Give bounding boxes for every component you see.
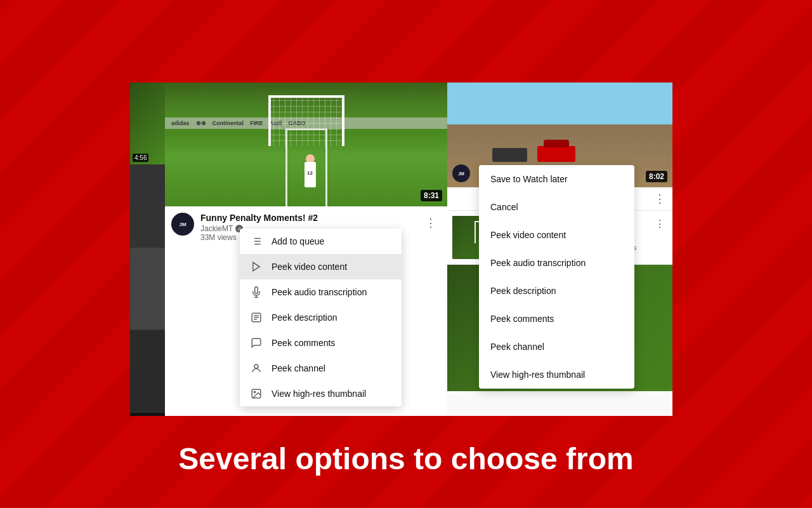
video-thumbnail[interactable]: adidas ⊕⊕ Continental FIRE Audi GADO 12 … — [165, 83, 447, 206]
menu-item-peek-audio[interactable]: Peek audio transcription — [240, 279, 402, 305]
queue-icon — [250, 235, 263, 248]
peek-video-icon — [250, 260, 263, 273]
right-more-button[interactable]: ⋮ — [652, 191, 667, 206]
right-menu-item-peek-comments[interactable]: Peek comments — [479, 305, 634, 333]
goal-post — [268, 95, 344, 146]
edge-video-thumb-3 — [130, 248, 165, 330]
channel-avatar[interactable]: JM — [171, 213, 194, 236]
right-menu-item-peek-video[interactable]: Peek video content — [479, 221, 634, 249]
edge-duration: 4:56 — [133, 154, 148, 162]
right-menu-item-view-thumbnail[interactable]: View high-res thumbnail — [479, 361, 634, 389]
right-menu-item-watch-later[interactable]: Save to Watch later — [479, 165, 634, 193]
svg-point-13 — [254, 364, 258, 368]
edge-video-thumb-2 — [130, 165, 165, 248]
svg-point-15 — [254, 391, 255, 392]
racing-car-black — [492, 148, 527, 162]
context-menu-right: Save to Watch later Cancel Peek video co… — [479, 165, 634, 389]
player-body: 12 — [304, 162, 316, 187]
player-figure: 12 — [301, 143, 320, 187]
edge-video-thumb: 4:56 — [130, 83, 165, 165]
menu-item-peek-comments[interactable]: Peek comments — [240, 330, 402, 356]
list-more-button[interactable]: ⋮ — [652, 216, 667, 231]
description-icon — [250, 311, 263, 324]
right-menu-item-peek-channel[interactable]: Peek channel — [479, 333, 634, 361]
menu-item-peek-desc[interactable]: Peek description — [240, 305, 402, 330]
left-edge-strip: 4:56 — [130, 83, 165, 416]
edge-video-thumb-4 — [130, 330, 165, 413]
right-menu-item-peek-desc[interactable]: Peek description — [479, 277, 634, 305]
channel-icon — [250, 362, 263, 375]
menu-item-peek-channel[interactable]: Peek channel — [240, 356, 402, 381]
video-title: Funny Penalty Moments! #2 — [200, 213, 414, 223]
right-menu-item-peek-audio[interactable]: Peek audio transcription — [479, 249, 634, 277]
more-options-button[interactable]: ⋮ — [421, 213, 441, 233]
video-duration: 8:31 — [421, 190, 442, 201]
player-number: 12 — [307, 170, 313, 176]
comments-icon — [250, 337, 263, 349]
right-menu-item-cancel[interactable]: Cancel — [479, 193, 634, 221]
audio-icon — [250, 286, 263, 298]
menu-item-peek-video[interactable]: Peek video content — [240, 254, 402, 279]
racing-duration: 8:02 — [646, 171, 667, 182]
bottom-headline-container: Several options to choose from — [0, 441, 812, 476]
svg-marker-6 — [253, 262, 260, 271]
menu-item-view-thumbnail[interactable]: View high-res thumbnail — [240, 381, 402, 406]
bottom-headline: Several options to choose from — [0, 441, 812, 476]
context-menu-left: Add to queue Peek video content Peek aud… — [240, 229, 402, 406]
racing-car-red — [537, 146, 575, 162]
menu-item-add-queue[interactable]: Add to queue — [240, 229, 402, 254]
thumbnail-icon — [250, 387, 263, 400]
racing-channel-avatar: JM — [452, 164, 470, 182]
